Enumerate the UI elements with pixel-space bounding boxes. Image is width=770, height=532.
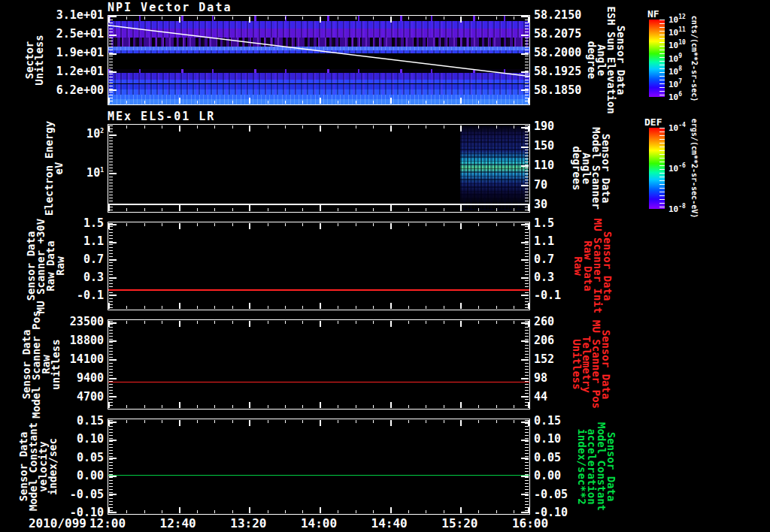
y2-axis-tick-label: 1.1 bbox=[534, 235, 554, 246]
x-axis-time-label: 14:40 bbox=[371, 516, 408, 530]
x-axis-major-tick bbox=[528, 303, 529, 309]
x-axis-major-tick bbox=[179, 402, 180, 408]
x-axis-major-tick bbox=[460, 303, 462, 309]
x-axis-major-tick bbox=[108, 402, 110, 408]
colorbar-nf bbox=[649, 20, 665, 97]
y-axis-minor-ticks bbox=[525, 420, 529, 513]
x-axis-major-tick bbox=[179, 321, 180, 327]
y2-axis-tick-label: 150 bbox=[534, 141, 554, 152]
y-axis-title: Sector Unitless bbox=[25, 35, 44, 85]
y2-axis-tick-label: 58.1850 bbox=[534, 84, 581, 95]
x-axis-major-tick bbox=[108, 205, 110, 211]
spectrogram-stack: 2010/099 NPI Vector Data3.1e+012.5e+011.… bbox=[0, 0, 770, 532]
y2-axis-tick-label: 58.2150 bbox=[534, 10, 581, 21]
y2-axis-tick-label: 110 bbox=[534, 159, 554, 171]
colorbar-tick-label: 106 bbox=[668, 93, 682, 101]
y-axis-major-tick bbox=[109, 242, 117, 243]
y2-axis-tick-label: 260 bbox=[534, 316, 554, 328]
panel-npi-vector-data bbox=[108, 15, 530, 105]
y2-axis-tick-label: 98 bbox=[534, 373, 547, 384]
y2-axis-tick-label: 0.05 bbox=[534, 452, 561, 463]
x-axis-major-tick bbox=[249, 402, 250, 408]
colorbar-title-def: DEF bbox=[644, 116, 662, 128]
x-axis-major-tick bbox=[320, 321, 321, 327]
y-axis-tick-label: 0.00 bbox=[77, 470, 104, 482]
y-axis-minor-ticks bbox=[525, 125, 529, 211]
y-axis-tick-label: 6.2e+00 bbox=[56, 84, 104, 95]
y-axis-major-tick bbox=[109, 340, 117, 342]
y2-axis-tick-label: 0.10 bbox=[534, 434, 561, 445]
y-axis-major-tick bbox=[521, 322, 529, 324]
y-axis-major-tick bbox=[109, 259, 117, 261]
data-line bbox=[108, 204, 529, 205]
y2-axis-tick-label: 58.1925 bbox=[534, 66, 581, 77]
colorbar-def bbox=[649, 128, 665, 209]
y-axis-major-tick bbox=[521, 185, 529, 186]
panel-title: NPI Vector Data bbox=[108, 1, 232, 14]
y2-axis-tick-label: 0.3 bbox=[534, 271, 554, 283]
y-axis-major-tick bbox=[109, 224, 117, 225]
colorbar-tick-label: 10-8 bbox=[668, 205, 686, 213]
x-axis-major-tick bbox=[390, 507, 392, 513]
y2-axis-tick-label: -0.05 bbox=[534, 488, 568, 500]
x-axis-major-tick bbox=[460, 205, 462, 211]
colorbar-tick-label: 10-4 bbox=[668, 124, 686, 132]
y2-axis-tick-label: 58.2075 bbox=[534, 29, 581, 40]
y-axis-title: Sensor Data Model Scanner Pos Raw unitle… bbox=[22, 310, 61, 418]
x-axis-minor-ticks bbox=[109, 405, 529, 408]
y-axis-tick-label: 0.3 bbox=[83, 271, 104, 283]
overlay-line-svg bbox=[108, 16, 529, 104]
x-axis-major-tick bbox=[390, 402, 392, 408]
x-axis-major-tick bbox=[249, 507, 250, 513]
colorbar-tick-label: 108 bbox=[668, 67, 682, 75]
y2-axis-tick-label: 0.7 bbox=[534, 254, 554, 265]
y-axis-tick-label: 0.10 bbox=[77, 434, 104, 445]
y-axis-major-tick bbox=[521, 458, 529, 459]
y-axis-tick-label: 23500 bbox=[70, 316, 104, 328]
x-axis-major-tick bbox=[390, 420, 392, 426]
panel-mu-scanner-plus30v bbox=[108, 222, 530, 310]
y-axis-major-tick bbox=[109, 396, 117, 397]
x-axis-major-tick bbox=[390, 223, 392, 229]
x-axis-minor-ticks bbox=[109, 223, 529, 226]
x-axis-major-tick bbox=[320, 507, 321, 513]
y2-axis-title: Sensor Data ESH Sun Elevation Angle degr… bbox=[587, 6, 626, 113]
y-axis-tick-label: 0.05 bbox=[77, 452, 104, 463]
y2-axis-tick-label: 190 bbox=[534, 120, 554, 131]
x-axis-major-tick bbox=[108, 125, 110, 131]
y-axis-major-tick bbox=[521, 340, 529, 342]
y2-axis-tick-label: 30 bbox=[534, 199, 547, 210]
y-axis-major-tick bbox=[521, 440, 529, 441]
x-axis-minor-ticks bbox=[109, 208, 529, 211]
x-axis-major-tick bbox=[528, 205, 529, 211]
data-line bbox=[108, 289, 529, 291]
y-axis-major-tick bbox=[109, 295, 117, 296]
y2-axis-tick-label: 152 bbox=[534, 354, 554, 365]
x-axis-major-tick bbox=[179, 420, 180, 426]
data-line bbox=[108, 382, 529, 383]
sun-elevation-overlay-line bbox=[108, 26, 529, 77]
y-axis-major-tick bbox=[521, 396, 529, 397]
colorbar-tick-label: 1012 bbox=[668, 16, 686, 24]
colorbar-tick-label: 109 bbox=[668, 54, 682, 62]
y-axis-major-tick bbox=[521, 165, 529, 167]
colorbar-tick-label: 10-6 bbox=[668, 165, 686, 173]
x-axis-major-tick bbox=[179, 205, 180, 211]
x-axis-time-label: 13:20 bbox=[230, 516, 266, 530]
colorbar-units-label: ergs/(cm**2-sr-sec-eV) bbox=[690, 119, 699, 218]
panel-model-constant-velocity bbox=[108, 419, 530, 515]
y-axis-major-tick bbox=[109, 494, 117, 495]
y-axis-tick-label: 1.5 bbox=[83, 218, 104, 229]
y-axis-major-tick bbox=[521, 359, 529, 361]
y-axis-major-tick bbox=[109, 322, 117, 324]
x-axis-major-tick bbox=[179, 223, 180, 229]
y-axis-minor-ticks bbox=[109, 420, 113, 513]
y2-axis-title: Sensor Data MU Scanner Init Raw Data Raw bbox=[573, 219, 612, 313]
y2-axis-tick-label: -0.1 bbox=[534, 290, 561, 301]
colorbar-title-nf: NF bbox=[647, 8, 659, 20]
x-axis-major-tick bbox=[460, 420, 462, 426]
colorbar-minor-ticks bbox=[659, 128, 665, 209]
x-axis-major-tick bbox=[249, 321, 250, 327]
colorbar-units-label: cnts/(cm**2-sr-sec) bbox=[690, 15, 699, 101]
y-axis-major-tick bbox=[109, 422, 117, 423]
